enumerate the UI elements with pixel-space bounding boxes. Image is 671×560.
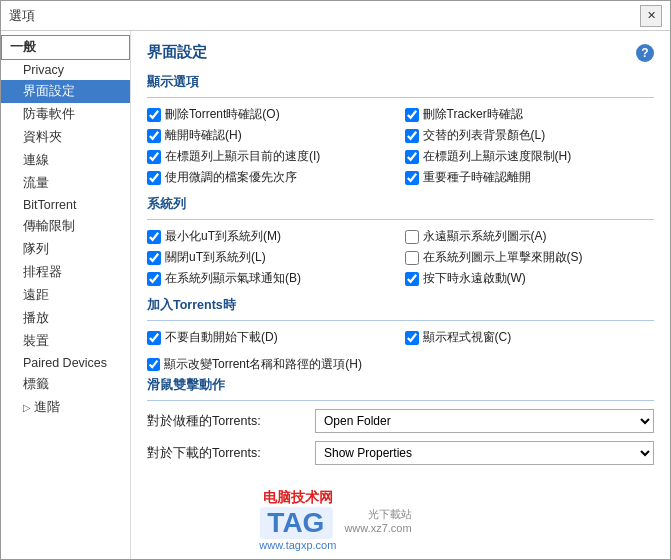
section-label-double-click-action: 滑鼠雙擊動作 <box>147 377 654 394</box>
checkbox-show-rename-dialog[interactable] <box>147 358 160 371</box>
checkbox-row-micro-adjusted-order: 使用微調的檔案優先次序 <box>147 169 397 186</box>
checkbox-label-minimize-to-tray: 最小化uT到系統列(M) <box>165 228 281 245</box>
section-divider-when-adding-torrents <box>147 320 654 321</box>
checkbox-row-always-show-tray: 永遠顯示系統列圖示(A) <box>405 228 655 245</box>
sidebar-item-general[interactable]: 一般 <box>1 35 130 60</box>
checkbox-label-show-balloon: 在系統列顯示氣球通知(B) <box>165 270 301 287</box>
checkbox-show-dialog[interactable] <box>405 331 419 345</box>
sections-container: 顯示選項刪除Torrent時確認(O)刪除Tracker時確認離開時確認(H)交… <box>147 74 654 465</box>
help-icon[interactable]: ? <box>636 44 654 62</box>
checkbox-alt-row-color[interactable] <box>405 129 419 143</box>
sidebar-item-paired-devices[interactable]: Paired Devices <box>1 353 130 373</box>
main-panel: 界面設定 ? 顯示選項刪除Torrent時確認(O)刪除Tracker時確認離開… <box>131 31 670 559</box>
sidebar: 一般Privacy界面設定防毒軟件資料夾連線流量BitTorrent傳輸限制隊列… <box>1 31 131 559</box>
sidebar-item-advanced[interactable]: ▷進階 <box>1 396 130 419</box>
sidebar-item-transfer-limit[interactable]: 傳輸限制 <box>1 215 130 238</box>
sidebar-item-queue[interactable]: 隊列 <box>1 238 130 261</box>
checkbox-show-speed-in-title[interactable] <box>147 150 161 164</box>
checkbox-delete-tracker-confirm[interactable] <box>405 108 419 122</box>
checkbox-label-important-seed-confirm: 重要種子時確認離開 <box>423 169 531 186</box>
checkbox-show-balloon[interactable] <box>147 272 161 286</box>
checkbox-row-important-seed-confirm: 重要種子時確認離開 <box>405 169 655 186</box>
checkbox-label-show-rename-dialog: 顯示改變Torrent名稱和路徑的選項(H) <box>164 356 362 373</box>
checkbox-row-no-auto-start: 不要自動開始下載(D) <box>147 329 397 346</box>
checkbox-row-minimize-to-tray: 最小化uT到系統列(M) <box>147 228 397 245</box>
form-select-downloading-torrents[interactable]: Open FolderShow PropertiesOpen TorrentSt… <box>315 441 654 465</box>
section-divider-system-tray <box>147 219 654 220</box>
section-label-when-adding-torrents: 加入Torrents時 <box>147 297 654 314</box>
checkbox-row-single-click-tray: 在系統列圖示上單擊來開啟(S) <box>405 249 655 266</box>
checkbox-no-auto-start[interactable] <box>147 331 161 345</box>
panel-title-text: 界面設定 <box>147 43 207 62</box>
checkbox-label-no-auto-start: 不要自動開始下載(D) <box>165 329 278 346</box>
checkbox-always-show-tray[interactable] <box>405 230 419 244</box>
sidebar-item-bandwidth[interactable]: 流量 <box>1 172 130 195</box>
checkbox-row-show-balloon: 在系統列顯示氣球通知(B) <box>147 270 397 287</box>
form-label-seeding-torrents: 對於做種的Torrents: <box>147 413 307 430</box>
form-row-seeding-torrents: 對於做種的Torrents:Open FolderShow Properties… <box>147 409 654 433</box>
checkbox-row-alt-row-color: 交替的列表背景顏色(L) <box>405 127 655 144</box>
checkbox-label-single-click-tray: 在系統列圖示上單擊來開啟(S) <box>423 249 583 266</box>
checkbox-micro-adjusted-order[interactable] <box>147 171 161 185</box>
sidebar-item-antivirus[interactable]: 防毒軟件 <box>1 103 130 126</box>
checkbox-row-close-to-tray: 關閉uT到系統列(L) <box>147 249 397 266</box>
checkbox-label-delete-torrent-confirm: 刪除Torrent時確認(O) <box>165 106 280 123</box>
checkbox-leave-confirm[interactable] <box>147 129 161 143</box>
window-controls: ✕ <box>640 5 662 27</box>
checkbox-label-leave-confirm: 離開時確認(H) <box>165 127 242 144</box>
main-content: 一般Privacy界面設定防毒軟件資料夾連線流量BitTorrent傳輸限制隊列… <box>1 31 670 559</box>
checkbox-label-micro-adjusted-order: 使用微調的檔案優先次序 <box>165 169 297 186</box>
checkbox-row-show-dialog: 顯示程式視窗(C) <box>405 329 655 346</box>
checkbox-label-always-on-top: 按下時永遠啟動(W) <box>423 270 526 287</box>
checkbox-label-always-show-tray: 永遠顯示系統列圖示(A) <box>423 228 547 245</box>
expand-icon: ▷ <box>23 402 31 413</box>
sidebar-item-devices[interactable]: 裝置 <box>1 330 130 353</box>
checkbox-grid2-when-adding-torrents: 不要自動開始下載(D)顯示程式視窗(C) <box>147 329 654 346</box>
checkbox-label-show-dialog: 顯示程式視窗(C) <box>423 329 512 346</box>
sidebar-item-playback[interactable]: 播放 <box>1 307 130 330</box>
checkbox-important-seed-confirm[interactable] <box>405 171 419 185</box>
sidebar-item-scheduler[interactable]: 排程器 <box>1 261 130 284</box>
form-label-downloading-torrents: 對於下載的Torrents: <box>147 445 307 462</box>
checkbox-grid-system-tray: 最小化uT到系統列(M)永遠顯示系統列圖示(A)關閉uT到系統列(L)在系統列圖… <box>147 228 654 287</box>
options-window: 選項 ✕ 一般Privacy界面設定防毒軟件資料夾連線流量BitTorrent傳… <box>0 0 671 560</box>
close-button[interactable]: ✕ <box>640 5 662 27</box>
section-divider-double-click-action <box>147 400 654 401</box>
sidebar-item-folders[interactable]: 資料夾 <box>1 126 130 149</box>
checkbox-single-click-tray[interactable] <box>405 251 419 265</box>
checkbox-row-always-on-top: 按下時永遠啟動(W) <box>405 270 655 287</box>
title-bar: 選項 ✕ <box>1 1 670 31</box>
section-label-system-tray: 系統列 <box>147 196 654 213</box>
sidebar-item-labels[interactable]: 標籤 <box>1 373 130 396</box>
sidebar-item-ui-settings[interactable]: 界面設定 <box>1 80 130 103</box>
sidebar-item-privacy[interactable]: Privacy <box>1 60 130 80</box>
sidebar-item-remote[interactable]: 遠距 <box>1 284 130 307</box>
sidebar-item-bittorrent[interactable]: BitTorrent <box>1 195 130 215</box>
checkbox-label-alt-row-color: 交替的列表背景顏色(L) <box>423 127 546 144</box>
checkbox-show-speed-limit-in-title[interactable] <box>405 150 419 164</box>
checkbox-row-leave-confirm: 離開時確認(H) <box>147 127 397 144</box>
checkbox-grid-display-options: 刪除Torrent時確認(O)刪除Tracker時確認離開時確認(H)交替的列表… <box>147 106 654 186</box>
checkbox-label-show-speed-in-title: 在標題列上顯示目前的速度(I) <box>165 148 320 165</box>
checkbox-minimize-to-tray[interactable] <box>147 230 161 244</box>
checkbox-label-show-speed-limit-in-title: 在標題列上顯示速度限制(H) <box>423 148 572 165</box>
checkbox-row-delete-torrent-confirm: 刪除Torrent時確認(O) <box>147 106 397 123</box>
window-title: 選項 <box>9 7 35 25</box>
panel-title-row: 界面設定 ? <box>147 43 654 62</box>
section-divider-display-options <box>147 97 654 98</box>
checkbox-row-show-speed-limit-in-title: 在標題列上顯示速度限制(H) <box>405 148 655 165</box>
checkbox-single-show-rename-dialog: 顯示改變Torrent名稱和路徑的選項(H) <box>147 356 654 373</box>
checkbox-label-delete-tracker-confirm: 刪除Tracker時確認 <box>423 106 523 123</box>
checkbox-row-show-speed-in-title: 在標題列上顯示目前的速度(I) <box>147 148 397 165</box>
checkbox-delete-torrent-confirm[interactable] <box>147 108 161 122</box>
checkbox-always-on-top[interactable] <box>405 272 419 286</box>
checkbox-close-to-tray[interactable] <box>147 251 161 265</box>
section-label-display-options: 顯示選項 <box>147 74 654 91</box>
checkbox-label-close-to-tray: 關閉uT到系統列(L) <box>165 249 266 266</box>
form-select-seeding-torrents[interactable]: Open FolderShow PropertiesOpen TorrentSt… <box>315 409 654 433</box>
checkbox-row-delete-tracker-confirm: 刪除Tracker時確認 <box>405 106 655 123</box>
sidebar-item-connection[interactable]: 連線 <box>1 149 130 172</box>
form-row-downloading-torrents: 對於下載的Torrents:Open FolderShow Properties… <box>147 441 654 465</box>
